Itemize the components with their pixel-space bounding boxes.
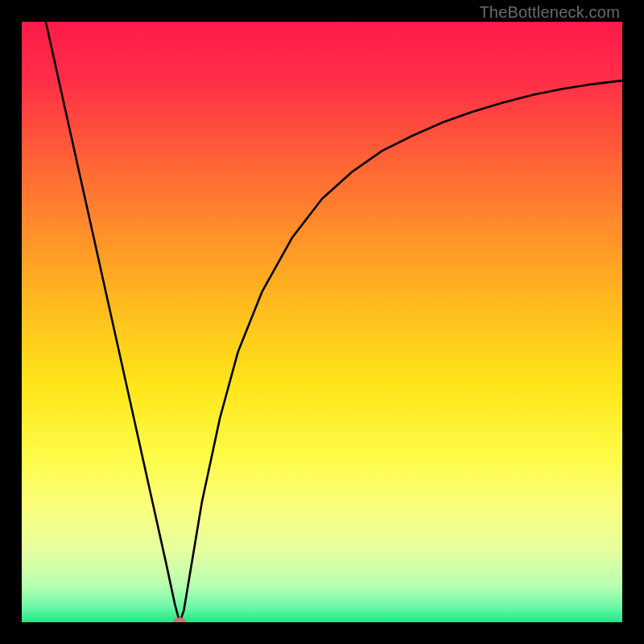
bottleneck-curve — [46, 22, 622, 622]
chart-container: TheBottleneck.com — [0, 0, 644, 644]
plot-area — [22, 22, 622, 622]
optimal-marker — [173, 617, 186, 622]
curve-layer — [22, 22, 622, 622]
watermark-text: TheBottleneck.com — [479, 3, 620, 22]
